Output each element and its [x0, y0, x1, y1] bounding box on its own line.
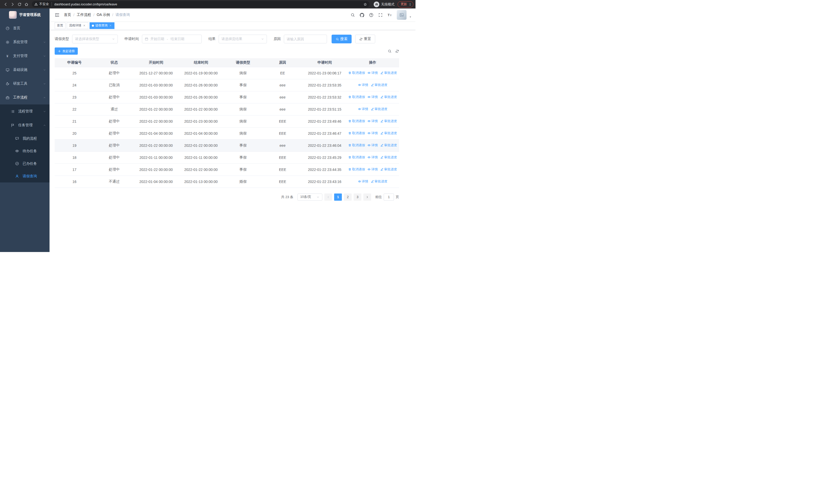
action-progress-link[interactable]: 审批进度 [371, 107, 388, 111]
action-detail-link[interactable]: 详情 [368, 167, 378, 172]
goto-suffix: 页 [396, 195, 399, 199]
action-progress-link[interactable]: 审批进度 [380, 143, 397, 148]
chevron-up-icon [43, 96, 46, 99]
refresh-table-icon[interactable] [395, 49, 399, 53]
action-detail-link[interactable]: 详情 [368, 155, 378, 159]
cell-leave_type: 事假 [224, 91, 262, 103]
reason-input[interactable] [284, 35, 327, 43]
reset-button[interactable]: 重置 [355, 35, 375, 43]
action-cancel-link[interactable]: 取消请假 [348, 95, 365, 99]
tab-leave-query[interactable]: 请假查询 [90, 22, 114, 29]
sidebar-item-process-management[interactable]: 流程管理 [0, 105, 50, 118]
browser-update-button[interactable]: 更新 [398, 1, 413, 7]
action-detail-link[interactable]: 详情 [368, 71, 378, 75]
close-icon[interactable] [83, 24, 86, 27]
action-detail-link[interactable]: 详情 [368, 131, 378, 136]
cell-start_time: 2022-01-22 00:00:00 [134, 103, 178, 115]
action-detail-link[interactable]: 详情 [358, 107, 368, 111]
action-progress-link[interactable]: 审批进度 [380, 167, 397, 172]
cell-reason: eee [262, 79, 303, 91]
cell-actions: 取消请假详情审批进度 [346, 164, 399, 176]
goto-label: 前往 [375, 195, 382, 199]
action-detail-link[interactable]: 详情 [358, 83, 368, 87]
breadcrumb-item[interactable]: OA 示例 [97, 12, 110, 17]
address-bar[interactable]: 不安全 dashboard.yudao.iocoder.cn/bpm/oa/le… [32, 1, 370, 7]
action-cancel-link[interactable]: 取消请假 [348, 71, 365, 75]
cell-status: 通过 [94, 103, 134, 115]
action-detail-link[interactable]: 详情 [368, 143, 378, 148]
reload-icon[interactable] [16, 1, 23, 8]
select-placeholder: 请选择请假类型 [75, 37, 99, 41]
action-progress-link[interactable]: 审批进度 [380, 119, 397, 123]
date-range-picker[interactable]: 开始日期 - 结束日期 [142, 35, 202, 43]
security-chip[interactable]: 不安全 [34, 2, 52, 6]
action-detail-link[interactable]: 详情 [368, 119, 378, 123]
sidebar-item-payment[interactable]: ¥ 支付管理 [0, 49, 50, 63]
svg-text:T: T [388, 13, 390, 17]
page-size-select[interactable]: 10条/页 [297, 194, 322, 201]
user-avatar[interactable] [397, 10, 406, 20]
github-icon[interactable] [360, 13, 364, 17]
search-button[interactable]: 搜索 [332, 35, 352, 43]
incognito-indicator[interactable]: 无痕模式 [374, 2, 395, 7]
search-icon[interactable] [350, 13, 355, 17]
close-icon[interactable] [109, 24, 112, 27]
sidebar-item-system[interactable]: 系统管理 [0, 35, 50, 49]
menu-dots-icon[interactable] [408, 3, 412, 6]
action-detail-link[interactable]: 详情 [368, 95, 378, 99]
action-cancel-link[interactable]: 取消请假 [348, 119, 365, 123]
action-cancel-link[interactable]: 取消请假 [348, 155, 365, 159]
page-button-1[interactable]: 1 [334, 194, 342, 201]
bookmark-star-icon[interactable] [364, 3, 367, 6]
action-label: 详情 [371, 71, 378, 75]
toggle-search-icon[interactable] [388, 49, 392, 53]
action-cancel-link[interactable]: 取消请假 [348, 131, 365, 136]
action-progress-link[interactable]: 审批进度 [380, 95, 397, 99]
app-logo[interactable]: 芋道管理系统 [0, 8, 50, 21]
next-page-button[interactable] [364, 194, 371, 201]
warning-icon [34, 3, 38, 6]
action-progress-link[interactable]: 审批进度 [371, 83, 388, 87]
caret-down-icon[interactable] [409, 16, 412, 20]
sidebar-item-home[interactable]: 首页 [0, 21, 50, 35]
sidebar-item-leave-query[interactable]: 请假查询 [0, 170, 50, 182]
sidebar-item-workflow[interactable]: 工作流程 [0, 91, 50, 105]
action-progress-link[interactable]: 审批进度 [380, 155, 397, 159]
sidebar-collapse-icon[interactable] [53, 12, 61, 18]
check-circle-icon [15, 162, 19, 166]
sidebar-item-devtools[interactable]: 研发工具 [0, 77, 50, 91]
sidebar-item-my-processes[interactable]: 我的流程 [0, 132, 50, 145]
sidebar-item-label: 首页 [13, 26, 46, 31]
cell-actions: 取消请假详情审批进度 [346, 127, 399, 139]
action-cancel-link[interactable]: 取消请假 [348, 143, 365, 148]
tab-process-detail[interactable]: 流程详情 [67, 22, 88, 29]
leave-type-select[interactable]: 请选择请假类型 [72, 35, 118, 43]
forward-icon[interactable] [9, 1, 16, 8]
sidebar-item-infrastructure[interactable]: 基础设施 [0, 63, 50, 77]
action-progress-link[interactable]: 审批进度 [380, 131, 397, 136]
action-detail-link[interactable]: 详情 [358, 179, 368, 184]
back-icon[interactable] [2, 1, 9, 8]
help-icon[interactable] [369, 13, 373, 17]
page-button-3[interactable]: 3 [354, 194, 361, 201]
sidebar-item-task-management[interactable]: 任务管理 [0, 118, 50, 132]
result-select[interactable]: 请选择流结果 [219, 35, 267, 43]
sidebar-item-done-tasks[interactable]: 已办任务 [0, 157, 50, 170]
fullscreen-icon[interactable] [378, 13, 383, 17]
home-icon[interactable] [23, 1, 30, 8]
action-progress-link[interactable]: 审批进度 [371, 179, 388, 184]
create-leave-button[interactable]: 发起请假 [55, 48, 78, 55]
cell-status: 不通过 [94, 176, 134, 187]
security-label: 不安全 [39, 2, 49, 6]
breadcrumb-item[interactable]: 工作流程 [77, 12, 91, 17]
page-button-2[interactable]: 2 [344, 194, 352, 201]
table-toolbar: 发起请假 [55, 48, 399, 55]
action-progress-link[interactable]: 审批进度 [380, 71, 397, 75]
font-size-icon[interactable]: TT [388, 13, 392, 17]
sidebar-item-todo-tasks[interactable]: 待办任务 [0, 145, 50, 157]
goto-page-input[interactable] [384, 194, 394, 201]
action-cancel-link[interactable]: 取消请假 [348, 167, 365, 172]
svg-text:T: T [390, 14, 392, 17]
breadcrumb-item[interactable]: 首页 [64, 12, 71, 17]
tab-home[interactable]: 首页 [55, 22, 65, 29]
